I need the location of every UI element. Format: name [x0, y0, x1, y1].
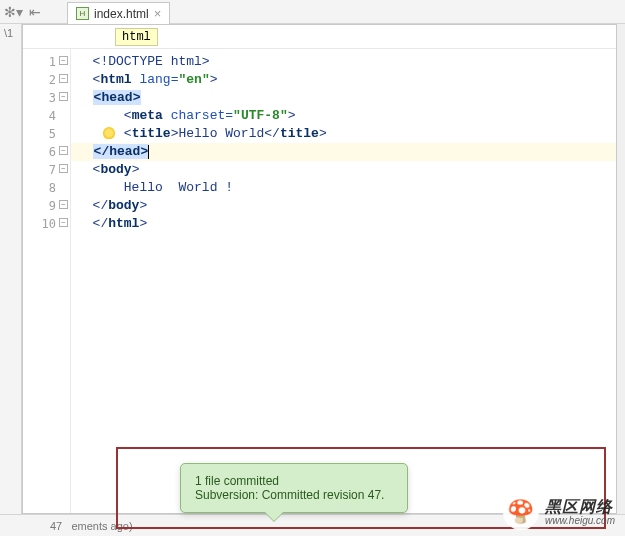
breadcrumb-item[interactable]: html	[115, 28, 158, 46]
fold-icon[interactable]: −	[59, 164, 68, 173]
code-line: − </body>	[71, 197, 616, 215]
fold-icon[interactable]: −	[59, 92, 68, 101]
commit-notification-popup[interactable]: 1 file committed Subversion: Committed r…	[180, 463, 408, 513]
status-text: 47 ements ago)	[50, 520, 133, 532]
editor-panel: html 1 2 3 4 5 6 7 8 9 10 − <!DOCTYPE ht…	[22, 24, 617, 514]
text-cursor	[148, 145, 149, 159]
fold-icon[interactable]: −	[59, 56, 68, 65]
line-number-gutter: 1 2 3 4 5 6 7 8 9 10	[23, 49, 71, 513]
status-bar: 47 ements ago)	[0, 514, 625, 536]
code-line-active: − </head>	[71, 143, 616, 161]
line-number: 4	[23, 107, 70, 125]
fold-icon[interactable]: −	[59, 200, 68, 209]
gear-icon[interactable]: ✻▾	[4, 4, 23, 20]
fold-icon[interactable]: −	[59, 74, 68, 83]
tab-close-icon[interactable]: ×	[154, 6, 162, 21]
file-tab[interactable]: H index.html ×	[67, 2, 170, 24]
html-file-icon: H	[76, 7, 89, 20]
code-editor[interactable]: − <!DOCTYPE html> − <html lang="en"> − <…	[71, 49, 616, 513]
code-line: <title>Hello World</title>	[71, 125, 616, 143]
popup-line1: 1 file committed	[195, 474, 393, 488]
left-gutter-column: \1	[0, 24, 22, 514]
line-number: 8	[23, 179, 70, 197]
breadcrumb-bar: html	[23, 25, 616, 49]
code-line: − <!DOCTYPE html>	[71, 53, 616, 71]
tab-filename: index.html	[94, 7, 149, 21]
code-line: − <head>	[71, 89, 616, 107]
code-line: Hello World !	[71, 179, 616, 197]
left-col-text: \1	[0, 24, 21, 42]
tab-bar: H index.html ×	[22, 0, 170, 24]
line-number: 5	[23, 125, 70, 143]
code-line: − <body>	[71, 161, 616, 179]
code-line: <meta charset="UTF-8">	[71, 107, 616, 125]
fold-icon[interactable]: −	[59, 146, 68, 155]
code-line: − <html lang="en">	[71, 71, 616, 89]
popup-line2: Subversion: Committed revision 47.	[195, 488, 393, 502]
fold-icon[interactable]: −	[59, 218, 68, 227]
code-line: − </html>	[71, 215, 616, 233]
intention-bulb-icon[interactable]	[103, 127, 115, 139]
